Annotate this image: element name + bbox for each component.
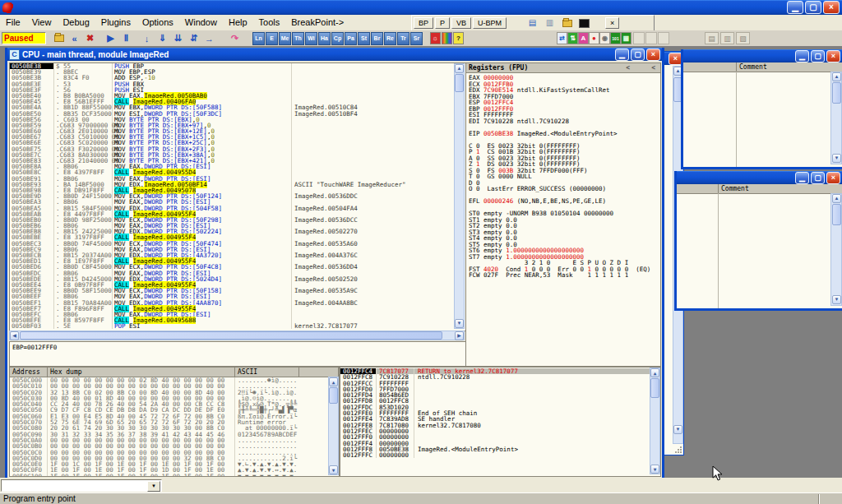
numbers-icon[interactable]: 101 bbox=[610, 32, 621, 44]
stack-row[interactable]: 0012FFFC00000000 bbox=[340, 452, 660, 458]
disasm-row[interactable]: 0050BED6.8B0D C8F45000MOV ECX,DWORD PTR … bbox=[10, 264, 465, 270]
disasm-row[interactable]: 0050BEFE.E8 8597F8FFCALL ImageRed.004956… bbox=[10, 317, 465, 323]
dropdown-icon[interactable]: ▼ bbox=[147, 481, 160, 492]
plugin-close-button[interactable]: × bbox=[605, 17, 619, 29]
dump-header-extra[interactable] bbox=[299, 368, 339, 377]
comment-middle-scrollbar[interactable]: ▲ ▼ bbox=[830, 193, 842, 306]
goto-icon[interactable]: ↷ bbox=[227, 32, 243, 44]
dump-header-hex-dump[interactable]: Hex dump bbox=[48, 368, 235, 377]
collapse-icon[interactable]: < bbox=[626, 63, 651, 72]
log-icon[interactable]: ▥ bbox=[544, 18, 556, 29]
collapse-icon[interactable]: < bbox=[651, 63, 660, 72]
comment-top-scrollbar[interactable]: ▲ ▼ bbox=[830, 72, 842, 164]
assemble-icon[interactable]: A bbox=[578, 32, 589, 44]
notepad-icon[interactable]: ▤ bbox=[526, 18, 539, 29]
register-line[interactable]: EFL 00000246 (NO,NB,E,BE,NS,PE,GE,LE) bbox=[469, 198, 660, 205]
disasm-row[interactable]: 0050BE3E.53PUSH EBX bbox=[10, 81, 465, 87]
breakpoints-list-icon[interactable]: ▥ bbox=[720, 32, 734, 44]
toolbar-button-ha[interactable]: Ha bbox=[318, 32, 331, 45]
close-program-icon[interactable]: ✖ bbox=[82, 32, 98, 44]
menu-item-tools[interactable]: Tools bbox=[253, 15, 286, 27]
record-icon[interactable]: ● bbox=[589, 32, 599, 44]
toolbar-button-th[interactable]: Th bbox=[292, 32, 304, 45]
plugin-button-u-bpm[interactable]: U-BPM bbox=[473, 17, 507, 29]
snapshot-icon[interactable]: ◉ bbox=[599, 32, 610, 44]
minimize-button[interactable]: ▁ bbox=[795, 172, 809, 184]
animate-into-icon[interactable]: ⇊ bbox=[170, 32, 186, 44]
execute-till-return-icon[interactable]: → bbox=[201, 32, 217, 44]
step-into-icon[interactable]: ↓ bbox=[139, 32, 155, 44]
dump-scrollbar[interactable]: ▲ ▼ bbox=[328, 377, 339, 475]
minimize-button[interactable]: ▁ bbox=[787, 1, 803, 14]
comment-window-top-titlebar[interactable]: ▁ ▢ × bbox=[683, 49, 842, 62]
comment-window-middle-titlebar[interactable]: ▁ ▢ × bbox=[677, 171, 842, 184]
register-line[interactable]: EIP 0050BE38 ImageRed.<ModuleEntryPoint> bbox=[469, 131, 660, 137]
close-button[interactable]: × bbox=[823, 1, 840, 14]
disasm-row[interactable]: 0050BF03.5EPOP ESIkernel32.7C817077 bbox=[10, 323, 465, 329]
register-line[interactable]: FCW 027F Prec NEAR,53 Mask 1 1 1 1 1 1 bbox=[469, 272, 660, 279]
disasm-row[interactable]: 0050BE9D.8B0D 24F15000MOV ECX,DWORD PTR … bbox=[10, 193, 465, 199]
plugin-button-vb[interactable]: VB bbox=[451, 17, 471, 29]
minimize-button[interactable]: ▁ bbox=[615, 49, 629, 61]
appearance-icon[interactable] bbox=[442, 32, 452, 44]
disasm-row[interactable]: 0050BEF7.E8 F896F8FFCALL ImageRed.004955… bbox=[10, 306, 465, 312]
restore-button[interactable]: ▢ bbox=[631, 49, 645, 61]
toolbar-button-e[interactable]: E bbox=[266, 32, 278, 45]
register-line[interactable]: O 0 LastErr ERROR_SUCCESS (00000000) bbox=[469, 186, 660, 192]
menu-item-file[interactable]: File bbox=[0, 15, 26, 27]
disassembly-vscrollbar[interactable]: ▲ ▼ bbox=[454, 63, 465, 329]
screen-icon[interactable]: ▦ bbox=[621, 32, 632, 44]
register-line[interactable]: T 0 GS 0000 NULL bbox=[469, 173, 660, 180]
sync-icon[interactable]: ⇄ bbox=[557, 32, 567, 44]
console-icon[interactable] bbox=[578, 18, 590, 29]
menu-item-options[interactable]: Options bbox=[136, 15, 179, 27]
disasm-row[interactable]: 0050BE38$55PUSH EBP bbox=[10, 63, 465, 69]
toolbar-button-st[interactable]: St bbox=[358, 32, 370, 45]
menu-item-plugins[interactable]: Plugins bbox=[95, 15, 136, 27]
toolbar-button-br[interactable]: Br bbox=[371, 32, 383, 45]
layout-icon[interactable]: ▧ bbox=[736, 32, 750, 44]
toolbar-button-wi[interactable]: Wi bbox=[305, 32, 317, 45]
folder-icon[interactable] bbox=[561, 18, 573, 29]
toolbar-button-re[interactable]: Re bbox=[384, 32, 396, 45]
pause-icon[interactable]: Ⅱ bbox=[118, 32, 134, 44]
options-icon[interactable]: ☼ bbox=[430, 32, 441, 44]
disasm-row[interactable]: 0050BEC3.8B0D 74F45000MOV ECX,DWORD PTR … bbox=[10, 241, 465, 247]
minimize-button[interactable]: ▁ bbox=[795, 50, 809, 62]
disasm-row[interactable]: 0050BE8C.E8 4397F8FFCALL ImageRed.004955… bbox=[10, 169, 465, 175]
toolbar-button-sr[interactable]: Sr bbox=[410, 32, 423, 45]
toolbar-button-tr[interactable]: Tr bbox=[397, 32, 409, 45]
windows-list-icon[interactable]: ▤ bbox=[705, 32, 719, 44]
help-icon[interactable]: ? bbox=[453, 32, 464, 44]
maximize-button[interactable]: ▢ bbox=[811, 50, 825, 62]
register-line[interactable]: EDI 7C910228 ntdll.7C910228 bbox=[469, 118, 660, 125]
open-file-icon[interactable] bbox=[51, 32, 67, 44]
disasm-row[interactable]: 0050BE3B.83C4 F0ADD ESP,-10 bbox=[10, 75, 465, 81]
dump-header-address[interactable]: Address bbox=[10, 368, 48, 377]
menu-item-view[interactable]: View bbox=[26, 15, 58, 27]
step-over-icon[interactable]: ⇓ bbox=[155, 32, 170, 44]
disasm-row[interactable]: 0050BEB0.8B0D 98F25000MOV ECX,DWORD PTR … bbox=[10, 217, 465, 223]
close-button[interactable]: × bbox=[646, 49, 660, 61]
disassembly-hscrollbar[interactable]: ◀ ▶ bbox=[9, 331, 465, 340]
plugin-button-p[interactable]: P bbox=[435, 17, 450, 29]
menu-item-debug[interactable]: Debug bbox=[57, 15, 95, 27]
resize-grip[interactable] bbox=[673, 445, 683, 455]
cpu-window-titlebar[interactable]: C CPU - main thread, module ImageRed ▁ ▢… bbox=[7, 48, 662, 61]
disasm-row[interactable]: 0050BE83.C683 21040000 00MOV BYTE PTR DS… bbox=[10, 158, 465, 164]
maximize-button[interactable]: ▢ bbox=[811, 172, 825, 184]
dump-header-ascii[interactable]: ASCII bbox=[235, 368, 299, 377]
restore-button[interactable]: ▢ bbox=[805, 1, 821, 14]
plugin-button-bp[interactable]: BP bbox=[414, 17, 433, 29]
command-combobox[interactable]: ▼ bbox=[1, 479, 162, 492]
close-button[interactable]: × bbox=[826, 172, 840, 184]
toolbar-button-ln[interactable]: Ln bbox=[252, 32, 265, 45]
toolbar-button-me[interactable]: Me bbox=[279, 32, 291, 45]
menu-item-window[interactable]: Window bbox=[179, 15, 223, 27]
update-icon[interactable]: ⇅ bbox=[567, 32, 578, 44]
dump-row[interactable]: 0050C1001F 00 1F 00 1F 00 1F 00 1F 00 1F… bbox=[10, 474, 339, 477]
restart-icon[interactable]: « bbox=[67, 32, 82, 44]
close-button[interactable]: × bbox=[826, 50, 840, 62]
menu-item-breakpoint[interactable]: BreakPoint-> bbox=[285, 15, 349, 27]
disasm-row[interactable]: 0050BEE9.8B0D 58F15000MOV ECX,DWORD PTR … bbox=[10, 288, 465, 294]
